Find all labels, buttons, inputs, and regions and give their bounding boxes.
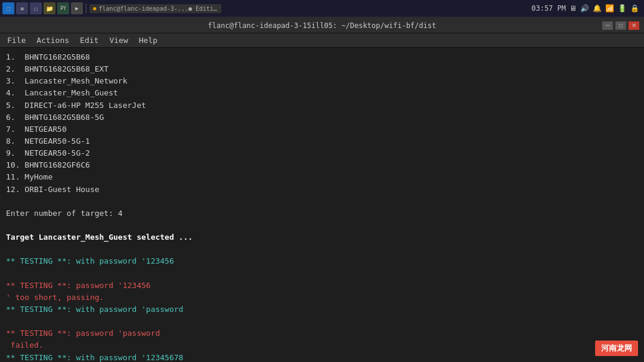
term-line-result-2b: failed. bbox=[6, 339, 638, 351]
term-line-test-2: ** TESTING **: with password 'password bbox=[6, 304, 638, 315]
taskbar-sep-1 bbox=[86, 4, 86, 13]
menu-edit[interactable]: Edit bbox=[75, 35, 103, 46]
menu-actions[interactable]: Actions bbox=[32, 35, 74, 46]
menubar: File Actions Edit View Help bbox=[0, 33, 644, 48]
term-line-1: 1. BHNTG1682G5B68 bbox=[6, 51, 638, 63]
term-line-test-3: ** TESTING **: with password '12345678 bbox=[6, 352, 638, 362]
term-line-3: 3. Lancaster_Mesh_Network bbox=[6, 75, 638, 87]
term-line-10: 10. BHNTG1682GF6C6 bbox=[6, 159, 638, 171]
taskbar-time: 03:57 PM bbox=[531, 4, 566, 13]
taskbar: ⬚ ≡ ☐ 📁 PY ▶ ● flanc@flanc-ideapad-3-...… bbox=[0, 0, 644, 17]
taskbar-icon-5[interactable]: PY bbox=[57, 2, 69, 14]
taskbar-icon-lock: 🔒 bbox=[630, 4, 639, 13]
titlebar: flanc@flanc-ideapad-3-15ill05: ~/Desktop… bbox=[0, 18, 644, 33]
titlebar-title: flanc@flanc-ideapad-3-15ill05: ~/Desktop… bbox=[5, 21, 639, 30]
term-line-target-input: Enter number of target: 4 bbox=[6, 208, 638, 219]
term-line-7: 7. NETGEAR50 bbox=[6, 123, 638, 135]
terminal-window: flanc@flanc-ideapad-3-15ill05: ~/Desktop… bbox=[0, 18, 644, 362]
term-line-11: 11. MyHome bbox=[6, 171, 638, 183]
minimize-button[interactable]: ─ bbox=[602, 21, 613, 30]
taskbar-icon-bell: 🔔 bbox=[593, 4, 602, 13]
close-button[interactable]: ✕ bbox=[628, 21, 639, 30]
taskbar-icon-2[interactable]: ≡ bbox=[16, 2, 28, 14]
watermark: 河南龙网 bbox=[595, 341, 638, 356]
menu-help[interactable]: Help bbox=[134, 35, 162, 46]
taskbar-icon-sound: 🔊 bbox=[580, 4, 589, 13]
term-line-8: 8. NETGEAR50-5G-1 bbox=[6, 135, 638, 147]
term-line-blank-1 bbox=[6, 196, 638, 208]
term-line-blank-5 bbox=[6, 315, 638, 327]
menu-view[interactable]: View bbox=[104, 35, 132, 46]
term-line-result-2a: ** TESTING **: password 'password bbox=[6, 327, 638, 339]
term-line-selected: Target Lancaster_Mesh_Guest selected ... bbox=[6, 231, 638, 243]
term-line-blank-4 bbox=[6, 268, 638, 280]
taskbar-tab-browser-label: flanc@flanc-ideapad-3-...● Editing wifi-… bbox=[98, 5, 218, 12]
taskbar-icon-4[interactable]: 📁 bbox=[44, 2, 55, 14]
term-line-result-1a: ** TESTING **: password '123456 bbox=[6, 280, 638, 292]
menu-file[interactable]: File bbox=[2, 35, 30, 46]
taskbar-apps: ⬚ ≡ ☐ 📁 PY ▶ ● flanc@flanc-ideapad-3-...… bbox=[2, 2, 221, 14]
taskbar-icon-network: 📶 bbox=[605, 4, 614, 13]
taskbar-icon-3[interactable]: ☐ bbox=[30, 2, 42, 14]
term-line-9: 9. NETGEAR50-5G-2 bbox=[6, 147, 638, 159]
titlebar-controls: ─ □ ✕ bbox=[602, 21, 639, 30]
term-line-blank-3 bbox=[6, 243, 638, 255]
term-line-result-1b: ' too short, passing. bbox=[6, 292, 638, 304]
term-line-2: 2. BHNTG1682G5B68_EXT bbox=[6, 63, 638, 75]
taskbar-clock: 03:57 PM 🖥 🔊 🔔 📶 🔋 🔒 bbox=[531, 4, 639, 13]
taskbar-icon-monitor: 🖥 bbox=[569, 4, 577, 13]
term-line-blank-2 bbox=[6, 219, 638, 231]
maximize-button[interactable]: □ bbox=[615, 21, 626, 30]
taskbar-icon-battery: 🔋 bbox=[618, 4, 627, 13]
term-line-test-1: ** TESTING **: with password '123456 bbox=[6, 255, 638, 267]
taskbar-icon-1[interactable]: ⬚ bbox=[2, 2, 14, 14]
taskbar-tab-browser[interactable]: ● flanc@flanc-ideapad-3-...● Editing wif… bbox=[89, 4, 221, 13]
term-line-5: 5. DIRECT-a6-HP M255 LaserJet bbox=[6, 100, 638, 112]
term-line-12: 12. ORBI-Guest House bbox=[6, 184, 638, 196]
terminal-content[interactable]: 1. BHNTG1682G5B68 2. BHNTG1682G5B68_EXT … bbox=[0, 48, 644, 362]
term-line-4: 4. Lancaster_Mesh_Guest bbox=[6, 87, 638, 99]
taskbar-icon-6[interactable]: ▶ bbox=[71, 2, 83, 14]
term-line-6: 6. BHNTG1682G5B68-5G bbox=[6, 112, 638, 123]
